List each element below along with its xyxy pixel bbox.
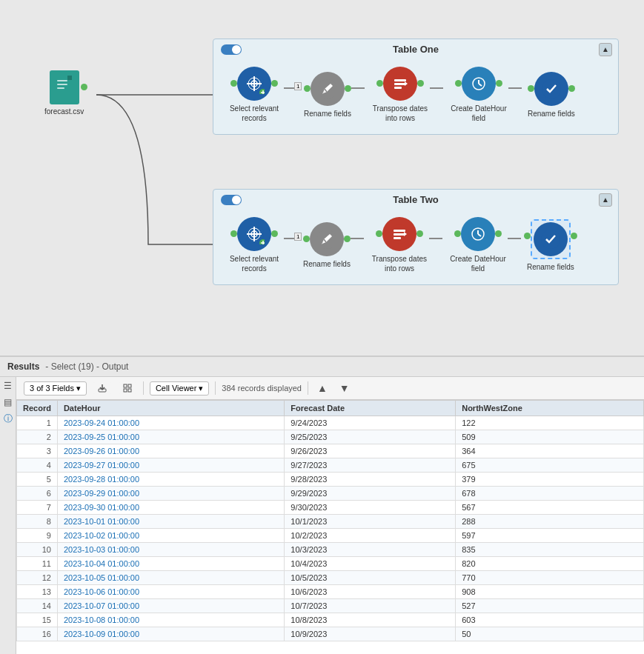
- select2-out: [271, 230, 278, 237]
- svg-rect-44: [394, 237, 401, 239]
- table-one-toggle[interactable]: [221, 44, 242, 55]
- cell-forecast-date: 9/26/2023: [285, 444, 456, 458]
- table-row: 122023-10-05 01:00:0010/5/2023770: [17, 571, 644, 585]
- node-select2[interactable]: Select relevant records: [225, 217, 284, 273]
- table-one-title: Table One: [393, 44, 439, 55]
- transpose2-in: [376, 230, 382, 237]
- select2-in: [230, 230, 237, 237]
- table-two-container: Table Two ▲: [213, 189, 619, 285]
- node-renameout2[interactable]: Rename fields: [527, 219, 574, 272]
- col-datehour: DateHour: [57, 401, 284, 416]
- table-row: 32023-09-26 01:00:009/26/2023364: [17, 444, 644, 458]
- table-two-toggle[interactable]: [221, 195, 242, 205]
- node-select1[interactable]: Select relevant records: [225, 67, 284, 123]
- cell-forecast-date: 10/5/2023: [285, 571, 456, 585]
- cell-forecast-date: 9/28/2023: [285, 473, 456, 487]
- node-datetime1[interactable]: Create DateHour field: [449, 67, 508, 123]
- svg-rect-2: [57, 80, 67, 81]
- cell-forecast-date: 9/24/2023: [285, 416, 456, 430]
- cell-northwestzone: 820: [456, 557, 644, 571]
- svg-rect-55: [124, 389, 127, 392]
- datetime1-out: [496, 80, 502, 87]
- rename2-icon: [310, 222, 344, 256]
- table-row: 162023-10-09 01:00:0010/9/202350: [17, 627, 644, 641]
- table-two-title: Table Two: [393, 194, 439, 205]
- sidebar-info-icon[interactable]: ⓘ: [2, 413, 14, 424]
- node-renameout1[interactable]: Rename fields: [528, 72, 575, 119]
- cell-northwestzone: 567: [456, 501, 644, 515]
- table-area: 3 of 3 Fields ▾: [16, 377, 644, 654]
- cell-datehour: 2023-10-07 01:00:00: [57, 599, 284, 613]
- table-one-collapse[interactable]: ▲: [599, 43, 612, 56]
- table-row: 152023-10-08 01:00:0010/8/2023603: [17, 613, 644, 627]
- cell-northwestzone: 603: [456, 613, 644, 627]
- file-icon: [50, 70, 79, 104]
- grid-view-btn[interactable]: [118, 382, 137, 394]
- cell-datehour: 2023-10-08 01:00:00: [57, 613, 284, 627]
- line6: [351, 238, 364, 239]
- select1-label: Select relevant records: [225, 104, 284, 123]
- cell-datehour: 2023-10-05 01:00:00: [57, 571, 284, 585]
- rename2-in: [303, 236, 310, 242]
- node-rename2[interactable]: Rename fields: [303, 222, 351, 269]
- cell-forecast-date: 10/2/2023: [285, 529, 456, 543]
- cell-northwestzone: 50: [456, 627, 644, 641]
- node-transpose1[interactable]: Transpose dates into rows: [371, 67, 430, 123]
- svg-rect-54: [128, 384, 131, 387]
- records-count: 384 records displayed: [222, 384, 302, 393]
- toggle-track-2[interactable]: [221, 195, 242, 205]
- cell-northwestzone: 908: [456, 585, 644, 599]
- table-row: 72023-09-30 01:00:009/30/2023567: [17, 501, 644, 515]
- col-forecast-date: Forecast Date: [285, 401, 456, 416]
- toggle-track[interactable]: [221, 44, 242, 55]
- svg-rect-42: [394, 230, 405, 232]
- rename1-label: Rename fields: [304, 109, 351, 119]
- node-transpose2[interactable]: Transpose dates into rows: [370, 217, 429, 273]
- transpose1-icon: [383, 67, 417, 101]
- rename1-icon: [311, 72, 345, 106]
- sidebar-table-icon[interactable]: ▤: [2, 396, 14, 408]
- cell-datehour: 2023-09-29 01:00:00: [57, 487, 284, 501]
- file-node[interactable]: forecast.csv: [44, 70, 84, 116]
- export-btn[interactable]: [93, 382, 112, 394]
- cell-forecast-date: 10/1/2023: [285, 515, 456, 529]
- node-datetime2[interactable]: Create DateHour field: [448, 217, 508, 273]
- renameout2-label: Rename fields: [527, 262, 574, 272]
- cell-northwestzone: 835: [456, 543, 644, 557]
- table-row: 22023-09-25 01:00:009/25/2023509: [17, 430, 644, 444]
- fields-dropdown-icon: ▾: [76, 384, 81, 393]
- toggle-thumb-2: [232, 196, 241, 204]
- renameout2-in: [524, 233, 531, 239]
- table-row: 112023-10-04 01:00:0010/4/2023820: [17, 557, 644, 571]
- table-row: 42023-09-27 01:00:009/27/2023675: [17, 458, 644, 473]
- table-row: 132023-10-06 01:00:0010/6/2023908: [17, 585, 644, 599]
- cell-record: 13: [17, 585, 58, 599]
- svg-rect-22: [394, 87, 402, 89]
- file-out-connector: [81, 84, 87, 90]
- node-rename1[interactable]: Rename fields: [304, 72, 351, 119]
- fields-selector[interactable]: 3 of 3 Fields ▾: [24, 381, 87, 396]
- table-two-collapse[interactable]: ▲: [599, 193, 612, 207]
- cell-viewer-btn[interactable]: Cell Viewer ▾: [150, 381, 209, 396]
- cell-record: 4: [17, 458, 58, 473]
- cell-northwestzone: 597: [456, 529, 644, 543]
- cell-datehour: 2023-09-25 01:00:00: [57, 430, 284, 444]
- nav-up-btn[interactable]: ▲: [314, 381, 331, 396]
- cell-datehour: 2023-09-27 01:00:00: [57, 458, 284, 473]
- rename1-in: [304, 85, 311, 92]
- sidebar-list-icon[interactable]: ☰: [2, 380, 14, 392]
- table-one-body: Select relevant records 1: [213, 59, 618, 134]
- left-sidebar: ☰ ▤ ⓘ: [0, 377, 16, 654]
- svg-rect-43: [394, 233, 405, 236]
- nav-down-btn[interactable]: ▼: [336, 381, 353, 396]
- cell-datehour: 2023-10-02 01:00:00: [57, 529, 284, 543]
- results-header: Results - Select (19) - Output: [0, 357, 644, 377]
- transpose2-icon: [382, 217, 416, 251]
- table-body: 12023-09-24 01:00:009/24/202312222023-09…: [17, 416, 644, 641]
- datetime2-icon: [461, 217, 495, 251]
- cell-record: 6: [17, 487, 58, 501]
- svg-rect-4: [57, 87, 64, 89]
- transpose1-label: Transpose dates into rows: [371, 104, 430, 123]
- cell-record: 3: [17, 444, 58, 458]
- table-one-header: Table One ▲: [213, 39, 618, 59]
